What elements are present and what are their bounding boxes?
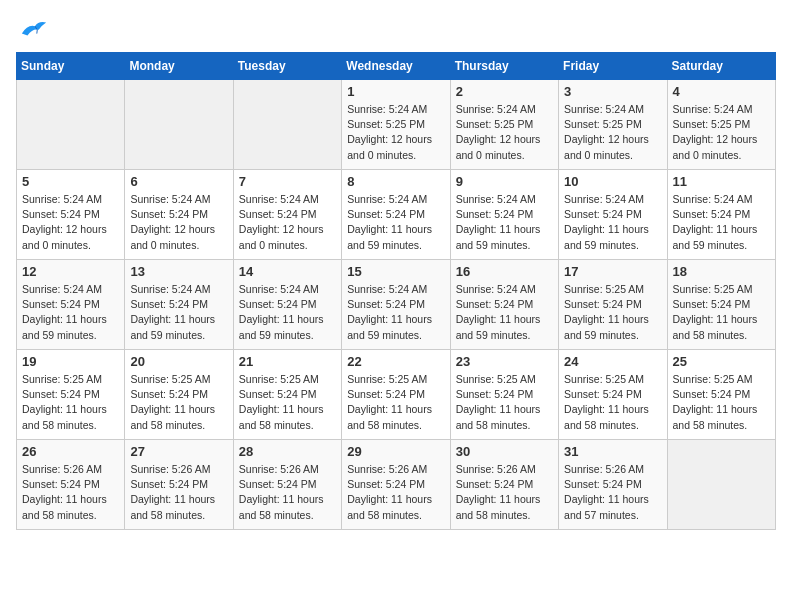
- calendar-cell: 14Sunrise: 5:24 AMSunset: 5:24 PMDayligh…: [233, 260, 341, 350]
- calendar-week-row: 5Sunrise: 5:24 AMSunset: 5:24 PMDaylight…: [17, 170, 776, 260]
- day-info: Sunrise: 5:25 AMSunset: 5:24 PMDaylight:…: [130, 372, 227, 433]
- header: [16, 16, 776, 40]
- weekday-header-friday: Friday: [559, 53, 667, 80]
- weekday-header-sunday: Sunday: [17, 53, 125, 80]
- day-info: Sunrise: 5:24 AMSunset: 5:24 PMDaylight:…: [456, 192, 553, 253]
- calendar-cell: 30Sunrise: 5:26 AMSunset: 5:24 PMDayligh…: [450, 440, 558, 530]
- day-info: Sunrise: 5:24 AMSunset: 5:24 PMDaylight:…: [456, 282, 553, 343]
- day-number: 29: [347, 444, 444, 459]
- day-number: 6: [130, 174, 227, 189]
- calendar-cell: [125, 80, 233, 170]
- calendar-cell: 23Sunrise: 5:25 AMSunset: 5:24 PMDayligh…: [450, 350, 558, 440]
- day-info: Sunrise: 5:24 AMSunset: 5:25 PMDaylight:…: [347, 102, 444, 163]
- day-number: 23: [456, 354, 553, 369]
- day-info: Sunrise: 5:26 AMSunset: 5:24 PMDaylight:…: [22, 462, 119, 523]
- calendar-cell: 19Sunrise: 5:25 AMSunset: 5:24 PMDayligh…: [17, 350, 125, 440]
- day-number: 22: [347, 354, 444, 369]
- day-number: 2: [456, 84, 553, 99]
- day-number: 3: [564, 84, 661, 99]
- calendar-cell: 21Sunrise: 5:25 AMSunset: 5:24 PMDayligh…: [233, 350, 341, 440]
- logo: [16, 16, 48, 40]
- calendar-cell: 5Sunrise: 5:24 AMSunset: 5:24 PMDaylight…: [17, 170, 125, 260]
- day-info: Sunrise: 5:25 AMSunset: 5:24 PMDaylight:…: [22, 372, 119, 433]
- calendar-cell: 16Sunrise: 5:24 AMSunset: 5:24 PMDayligh…: [450, 260, 558, 350]
- logo-bird-icon: [20, 16, 48, 40]
- calendar-cell: 24Sunrise: 5:25 AMSunset: 5:24 PMDayligh…: [559, 350, 667, 440]
- day-number: 12: [22, 264, 119, 279]
- day-number: 14: [239, 264, 336, 279]
- day-info: Sunrise: 5:25 AMSunset: 5:24 PMDaylight:…: [564, 372, 661, 433]
- day-number: 20: [130, 354, 227, 369]
- day-info: Sunrise: 5:25 AMSunset: 5:24 PMDaylight:…: [564, 282, 661, 343]
- calendar-cell: 9Sunrise: 5:24 AMSunset: 5:24 PMDaylight…: [450, 170, 558, 260]
- calendar-cell: 4Sunrise: 5:24 AMSunset: 5:25 PMDaylight…: [667, 80, 775, 170]
- calendar-cell: 10Sunrise: 5:24 AMSunset: 5:24 PMDayligh…: [559, 170, 667, 260]
- calendar-cell: 31Sunrise: 5:26 AMSunset: 5:24 PMDayligh…: [559, 440, 667, 530]
- day-number: 27: [130, 444, 227, 459]
- day-number: 4: [673, 84, 770, 99]
- calendar-cell: 3Sunrise: 5:24 AMSunset: 5:25 PMDaylight…: [559, 80, 667, 170]
- calendar-cell: 22Sunrise: 5:25 AMSunset: 5:24 PMDayligh…: [342, 350, 450, 440]
- calendar-week-row: 19Sunrise: 5:25 AMSunset: 5:24 PMDayligh…: [17, 350, 776, 440]
- day-info: Sunrise: 5:24 AMSunset: 5:24 PMDaylight:…: [347, 282, 444, 343]
- calendar-cell: 28Sunrise: 5:26 AMSunset: 5:24 PMDayligh…: [233, 440, 341, 530]
- weekday-header-saturday: Saturday: [667, 53, 775, 80]
- calendar-cell: 25Sunrise: 5:25 AMSunset: 5:24 PMDayligh…: [667, 350, 775, 440]
- weekday-header-monday: Monday: [125, 53, 233, 80]
- calendar-cell: 11Sunrise: 5:24 AMSunset: 5:24 PMDayligh…: [667, 170, 775, 260]
- day-number: 18: [673, 264, 770, 279]
- calendar-cell: [233, 80, 341, 170]
- day-info: Sunrise: 5:24 AMSunset: 5:24 PMDaylight:…: [239, 192, 336, 253]
- day-info: Sunrise: 5:24 AMSunset: 5:24 PMDaylight:…: [347, 192, 444, 253]
- day-info: Sunrise: 5:26 AMSunset: 5:24 PMDaylight:…: [456, 462, 553, 523]
- day-number: 10: [564, 174, 661, 189]
- calendar-week-row: 12Sunrise: 5:24 AMSunset: 5:24 PMDayligh…: [17, 260, 776, 350]
- calendar-cell: 7Sunrise: 5:24 AMSunset: 5:24 PMDaylight…: [233, 170, 341, 260]
- day-info: Sunrise: 5:24 AMSunset: 5:25 PMDaylight:…: [456, 102, 553, 163]
- calendar-table: SundayMondayTuesdayWednesdayThursdayFrid…: [16, 52, 776, 530]
- day-info: Sunrise: 5:24 AMSunset: 5:24 PMDaylight:…: [130, 192, 227, 253]
- day-info: Sunrise: 5:24 AMSunset: 5:24 PMDaylight:…: [239, 282, 336, 343]
- day-number: 9: [456, 174, 553, 189]
- weekday-header-thursday: Thursday: [450, 53, 558, 80]
- calendar-cell: 2Sunrise: 5:24 AMSunset: 5:25 PMDaylight…: [450, 80, 558, 170]
- calendar-cell: 29Sunrise: 5:26 AMSunset: 5:24 PMDayligh…: [342, 440, 450, 530]
- day-number: 13: [130, 264, 227, 279]
- calendar-week-row: 26Sunrise: 5:26 AMSunset: 5:24 PMDayligh…: [17, 440, 776, 530]
- day-number: 21: [239, 354, 336, 369]
- calendar-cell: 6Sunrise: 5:24 AMSunset: 5:24 PMDaylight…: [125, 170, 233, 260]
- day-number: 25: [673, 354, 770, 369]
- calendar-cell: 12Sunrise: 5:24 AMSunset: 5:24 PMDayligh…: [17, 260, 125, 350]
- day-number: 16: [456, 264, 553, 279]
- day-info: Sunrise: 5:25 AMSunset: 5:24 PMDaylight:…: [673, 282, 770, 343]
- calendar-cell: 27Sunrise: 5:26 AMSunset: 5:24 PMDayligh…: [125, 440, 233, 530]
- day-number: 11: [673, 174, 770, 189]
- calendar-cell: 20Sunrise: 5:25 AMSunset: 5:24 PMDayligh…: [125, 350, 233, 440]
- day-number: 1: [347, 84, 444, 99]
- day-info: Sunrise: 5:25 AMSunset: 5:24 PMDaylight:…: [456, 372, 553, 433]
- calendar-cell: 1Sunrise: 5:24 AMSunset: 5:25 PMDaylight…: [342, 80, 450, 170]
- day-info: Sunrise: 5:24 AMSunset: 5:24 PMDaylight:…: [130, 282, 227, 343]
- day-info: Sunrise: 5:24 AMSunset: 5:24 PMDaylight:…: [673, 192, 770, 253]
- day-info: Sunrise: 5:26 AMSunset: 5:24 PMDaylight:…: [239, 462, 336, 523]
- weekday-header-tuesday: Tuesday: [233, 53, 341, 80]
- day-info: Sunrise: 5:24 AMSunset: 5:25 PMDaylight:…: [564, 102, 661, 163]
- weekday-header-row: SundayMondayTuesdayWednesdayThursdayFrid…: [17, 53, 776, 80]
- day-info: Sunrise: 5:24 AMSunset: 5:25 PMDaylight:…: [673, 102, 770, 163]
- calendar-cell: 8Sunrise: 5:24 AMSunset: 5:24 PMDaylight…: [342, 170, 450, 260]
- day-number: 31: [564, 444, 661, 459]
- day-number: 15: [347, 264, 444, 279]
- day-number: 24: [564, 354, 661, 369]
- day-number: 28: [239, 444, 336, 459]
- calendar-cell: 18Sunrise: 5:25 AMSunset: 5:24 PMDayligh…: [667, 260, 775, 350]
- calendar-week-row: 1Sunrise: 5:24 AMSunset: 5:25 PMDaylight…: [17, 80, 776, 170]
- day-number: 30: [456, 444, 553, 459]
- day-info: Sunrise: 5:26 AMSunset: 5:24 PMDaylight:…: [130, 462, 227, 523]
- day-number: 7: [239, 174, 336, 189]
- day-number: 8: [347, 174, 444, 189]
- day-info: Sunrise: 5:25 AMSunset: 5:24 PMDaylight:…: [673, 372, 770, 433]
- day-info: Sunrise: 5:26 AMSunset: 5:24 PMDaylight:…: [564, 462, 661, 523]
- day-number: 19: [22, 354, 119, 369]
- day-info: Sunrise: 5:25 AMSunset: 5:24 PMDaylight:…: [347, 372, 444, 433]
- calendar-cell: 13Sunrise: 5:24 AMSunset: 5:24 PMDayligh…: [125, 260, 233, 350]
